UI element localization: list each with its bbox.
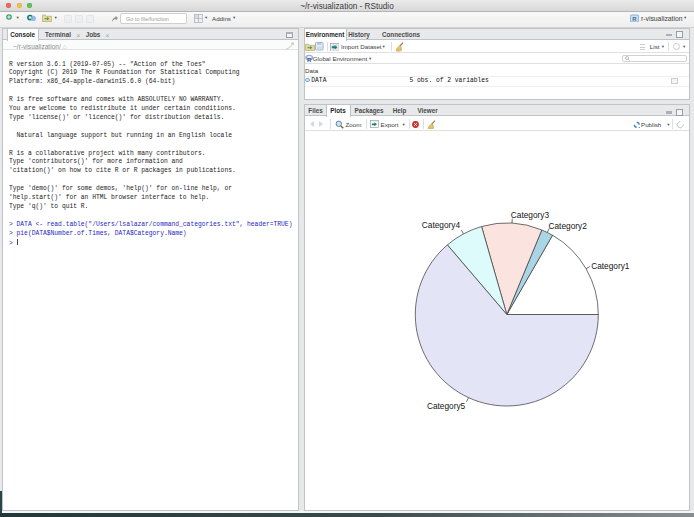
svg-text:R: R [632, 16, 637, 22]
svg-text:Category2: Category2 [548, 221, 587, 231]
svg-text:Category5: Category5 [426, 401, 465, 411]
svg-text:Category1: Category1 [591, 261, 630, 271]
svg-text:Category3: Category3 [510, 210, 549, 220]
svg-text:Category4: Category4 [421, 220, 460, 230]
svg-text:R: R [306, 55, 311, 62]
